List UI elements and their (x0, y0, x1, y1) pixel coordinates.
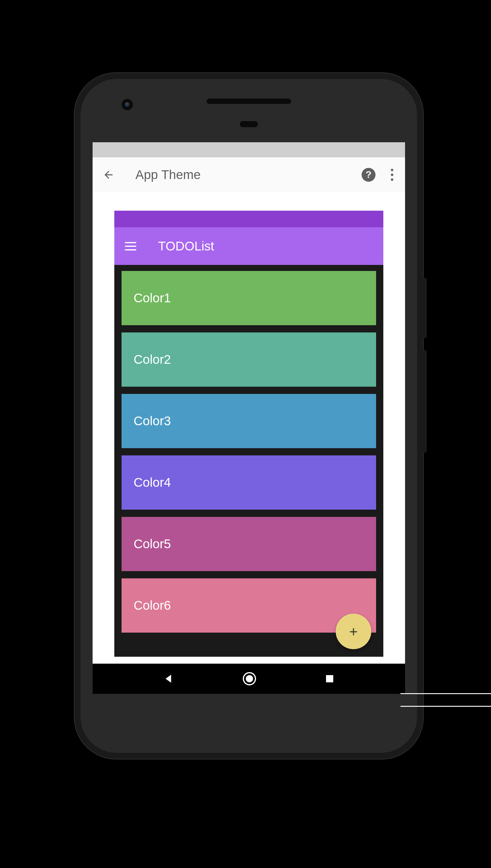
content-area: TODOList Color1 Color2 Color3 Color4 (93, 192, 405, 657)
color-label: Color3 (134, 414, 171, 428)
help-icon: ? (366, 169, 372, 180)
app-bar: App Theme ? (93, 157, 405, 192)
hamburger-line-icon (125, 249, 136, 250)
hamburger-line-icon (125, 246, 136, 247)
add-fab-button[interactable]: + (336, 614, 371, 649)
decorative-line (401, 693, 491, 707)
arrow-back-icon (103, 169, 115, 181)
overflow-menu-button[interactable] (387, 169, 397, 181)
color-label: Color5 (134, 537, 171, 551)
preview-status-bar (114, 211, 383, 227)
dot-icon (391, 169, 393, 171)
phone-frame: App Theme ? TODOList (74, 72, 424, 760)
preview-toolbar: TODOList (114, 227, 383, 265)
nav-recents-button[interactable] (324, 673, 335, 684)
nav-back-button[interactable] (163, 673, 175, 685)
volume-button[interactable] (423, 350, 427, 453)
preview-app-title: TODOList (158, 239, 214, 253)
color-list: Color1 Color2 Color3 Color4 Color5 (114, 265, 383, 639)
theme-preview-card: TODOList Color1 Color2 Color3 Color4 (114, 211, 383, 657)
svg-point-1 (246, 675, 253, 682)
hamburger-line-icon (125, 242, 136, 243)
svg-rect-2 (326, 675, 333, 682)
color-option-1[interactable]: Color1 (121, 271, 376, 325)
hamburger-menu-button[interactable] (125, 242, 136, 250)
page-title: App Theme (136, 167, 362, 182)
nav-home-button[interactable] (242, 672, 257, 686)
dot-icon (391, 179, 393, 181)
color-option-4[interactable]: Color4 (121, 456, 376, 510)
power-button[interactable] (423, 278, 427, 338)
android-nav-bar (93, 664, 405, 694)
front-camera (121, 98, 133, 111)
device-screen: App Theme ? TODOList (93, 142, 405, 694)
color-label: Color2 (134, 352, 171, 367)
color-option-5[interactable]: Color5 (121, 517, 376, 571)
color-label: Color6 (134, 598, 171, 613)
color-label: Color1 (134, 291, 171, 305)
plus-icon: + (349, 623, 358, 640)
dot-icon (391, 174, 393, 176)
color-label: Color4 (134, 475, 171, 490)
color-option-2[interactable]: Color2 (121, 333, 376, 387)
proximity-sensor (240, 121, 258, 127)
speaker-grille (207, 98, 291, 104)
android-status-bar (93, 142, 405, 157)
help-button[interactable]: ? (362, 168, 375, 182)
color-option-3[interactable]: Color3 (121, 394, 376, 448)
back-button[interactable] (101, 167, 116, 182)
